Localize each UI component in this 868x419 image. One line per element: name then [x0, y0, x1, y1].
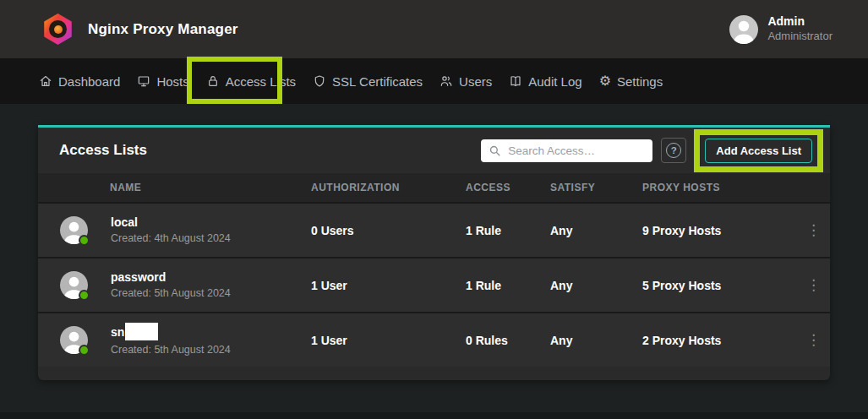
- nav-item-users[interactable]: Users: [438, 71, 494, 92]
- page-title: Access Lists: [59, 142, 481, 159]
- access-lists-panel: Access Lists ? Add Access List NAME AUTH…: [38, 125, 830, 380]
- created-date: Created: 5th August 2024: [111, 287, 231, 300]
- column-header-access: ACCESS: [463, 182, 548, 193]
- nav-item-access-lists[interactable]: Access Lists: [205, 71, 298, 92]
- nav-item-dashboard[interactable]: Dashboard: [37, 71, 122, 92]
- nav-label-access-lists: Access Lists: [226, 74, 296, 89]
- online-status-dot: [79, 345, 90, 356]
- monitor-icon: [137, 74, 150, 88]
- nav-item-hosts[interactable]: Hosts: [135, 71, 190, 92]
- user-name: Admin: [767, 14, 833, 30]
- person-silhouette-icon: [729, 15, 758, 44]
- user-avatar: [729, 15, 758, 44]
- user-text: Admin Administrator: [767, 14, 833, 44]
- main-nav: Dashboard Hosts Access Lists SSL Certifi…: [0, 58, 868, 104]
- created-date: Created: 4th August 2024: [111, 232, 231, 245]
- proxy-hosts-value: 5 Proxy Hosts: [640, 279, 799, 292]
- nav-label-settings: Settings: [617, 74, 663, 89]
- proxy-hosts-value: 9 Proxy Hosts: [640, 224, 799, 237]
- name-cell: local Created: 4th August 2024: [38, 215, 308, 246]
- book-icon: [509, 74, 522, 88]
- nginx-proxy-manager-logo-icon: [42, 14, 74, 45]
- lock-icon: [206, 74, 220, 88]
- online-status-dot: [79, 290, 90, 301]
- access-list-name: sn: [111, 325, 124, 340]
- access-list-avatar: [60, 216, 88, 244]
- table-row[interactable]: password Created: 5th August 2024 1 User…: [38, 257, 830, 312]
- column-header-authorization: AUTHORIZATION: [308, 182, 463, 193]
- gear-icon: ⚙: [599, 74, 611, 88]
- search-input[interactable]: [508, 144, 645, 157]
- access-list-avatar: [60, 326, 88, 354]
- panel-header: Access Lists ? Add Access List: [38, 128, 830, 173]
- shield-icon: [313, 74, 326, 88]
- add-access-list-button[interactable]: Add Access List: [705, 139, 812, 163]
- nav-label-dashboard: Dashboard: [58, 74, 120, 89]
- access-list-avatar: [60, 271, 88, 299]
- name-lines: sn Created: 5th August 2024: [111, 324, 231, 356]
- nav-item-audit-log[interactable]: Audit Log: [507, 71, 583, 92]
- table-row[interactable]: local Created: 4th August 2024 0 Users 1…: [38, 202, 830, 257]
- authorization-value: 1 User: [308, 334, 463, 347]
- home-icon: [39, 74, 52, 88]
- satisfy-value: Any: [548, 334, 640, 347]
- proxy-hosts-value: 2 Proxy Hosts: [640, 334, 799, 347]
- users-icon: [439, 74, 453, 88]
- search-box: [481, 139, 652, 162]
- question-circle-icon: ?: [666, 143, 681, 158]
- name-cell: sn Created: 5th August 2024: [38, 324, 308, 356]
- nav-item-ssl-certificates[interactable]: SSL Certificates: [311, 71, 424, 92]
- row-actions-kebab-icon[interactable]: ⋮: [799, 333, 830, 347]
- redaction-box: [125, 323, 158, 340]
- online-status-dot: [79, 235, 90, 246]
- name-lines: local Created: 4th August 2024: [111, 215, 231, 246]
- app-title: Nginx Proxy Manager: [88, 21, 238, 38]
- row-actions-kebab-icon[interactable]: ⋮: [799, 223, 830, 237]
- authorization-value: 0 Users: [308, 224, 463, 237]
- help-button[interactable]: ?: [661, 138, 686, 163]
- access-value: 1 Rule: [463, 224, 548, 237]
- search-icon: [489, 144, 501, 157]
- nav-item-settings[interactable]: ⚙ Settings: [598, 71, 665, 92]
- created-date: Created: 5th August 2024: [111, 344, 231, 356]
- user-role: Administrator: [767, 30, 833, 44]
- satisfy-value: Any: [548, 279, 640, 292]
- access-list-name: password: [111, 270, 166, 285]
- name-lines: password Created: 5th August 2024: [111, 270, 231, 301]
- column-header-name: NAME: [38, 182, 308, 193]
- table-row[interactable]: sn Created: 5th August 2024 1 User 0 Rul…: [38, 312, 830, 367]
- name-cell: password Created: 5th August 2024: [38, 270, 308, 301]
- authorization-value: 1 User: [308, 279, 463, 292]
- nav-label-hosts: Hosts: [156, 74, 188, 89]
- column-header-proxy-hosts: PROXY HOSTS: [640, 182, 799, 193]
- page-content: Access Lists ? Add Access List NAME AUTH…: [0, 104, 868, 419]
- table-header-row: NAME AUTHORIZATION ACCESS SATISFY PROXY …: [38, 173, 830, 202]
- user-menu[interactable]: Admin Administrator: [729, 14, 833, 44]
- viewport-bottom-edge: [0, 412, 868, 419]
- access-value: 1 Rule: [463, 279, 548, 292]
- access-value: 0 Rules: [463, 334, 548, 347]
- top-bar: Nginx Proxy Manager Admin Administrator: [0, 0, 868, 58]
- column-header-satisfy: SATISFY: [548, 182, 640, 193]
- nav-label-users: Users: [459, 74, 492, 89]
- nav-label-ssl-certificates: SSL Certificates: [332, 74, 423, 89]
- row-actions-kebab-icon[interactable]: ⋮: [799, 278, 830, 292]
- nav-label-audit-log: Audit Log: [528, 74, 581, 89]
- access-list-name: local: [111, 215, 138, 230]
- highlight-box-add-access-list: Add Access List: [694, 129, 823, 172]
- satisfy-value: Any: [548, 224, 640, 237]
